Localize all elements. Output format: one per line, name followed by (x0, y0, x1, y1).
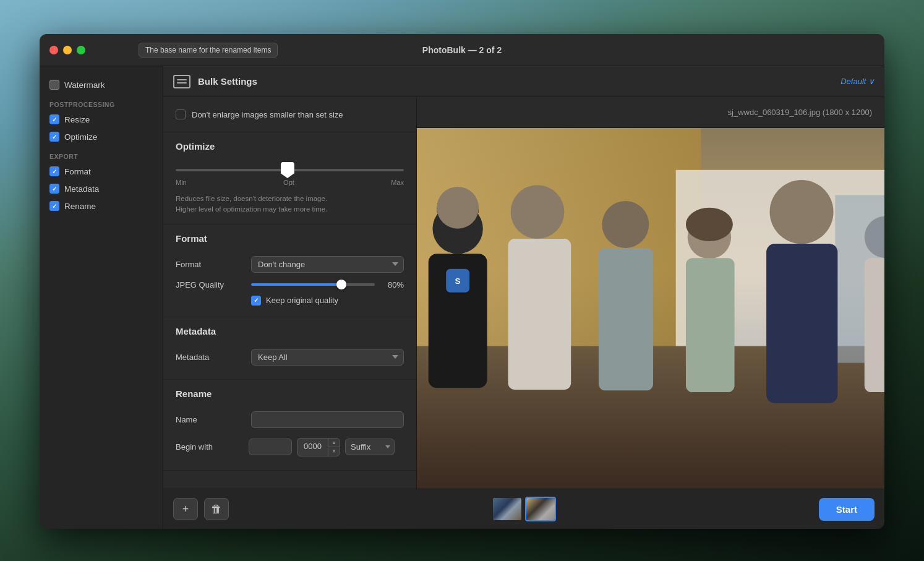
watermark-checkbox[interactable] (49, 80, 59, 90)
keep-quality-label: Keep original quality (266, 296, 338, 305)
watermark-label: Watermark (64, 80, 105, 90)
trash-icon: 🗑 (211, 503, 222, 516)
preview-image-area: S (417, 128, 884, 489)
sidebar-item-format[interactable]: Format (40, 163, 163, 180)
optimize-checkbox[interactable] (49, 132, 59, 142)
add-button[interactable]: + (173, 498, 198, 520)
default-dropdown[interactable]: Default ∨ (841, 77, 875, 86)
svg-point-8 (437, 187, 479, 229)
metadata-row-label: Metadata (176, 353, 244, 362)
metadata-select[interactable]: Keep All Strip All Keep EXIF (251, 349, 404, 366)
svg-rect-12 (599, 248, 653, 390)
content-header: Bulk Settings Default ∨ (163, 66, 884, 97)
optimize-max-label: Max (391, 179, 404, 186)
sidebar-item-optimize[interactable]: Optimize (40, 128, 163, 145)
svg-rect-19 (865, 258, 884, 392)
main-content: Bulk Settings Default ∨ Don't enlarge im… (163, 66, 884, 529)
optimize-min-label: Min (176, 179, 187, 186)
format-checkbox[interactable] (49, 166, 59, 176)
sidebar-item-metadata[interactable]: Metadata (40, 180, 163, 197)
svg-text:S: S (455, 276, 461, 286)
optimize-section: Optimize Min Opt Max (163, 132, 416, 225)
sidebar-item-resize[interactable]: Resize (40, 111, 163, 128)
format-sidebar-label: Format (64, 167, 91, 176)
begin-with-row: Begin with 0000 ▲ ▼ Suffix (176, 433, 404, 461)
jpeg-quality-value: 80% (382, 280, 404, 289)
svg-rect-14 (686, 258, 735, 392)
metadata-section: Metadata Metadata Keep All Strip All Kee… (163, 317, 416, 380)
delete-button[interactable]: 🗑 (204, 498, 229, 520)
maximize-button[interactable] (77, 46, 85, 54)
preview-top-bar: sj_wwdc_060319_106.jpg (1800 x 1200) (417, 97, 884, 128)
stepper-up[interactable]: ▲ (328, 439, 340, 447)
quality-thumb[interactable] (336, 280, 346, 289)
postprocessing-label: POSTPROCESSING (40, 93, 163, 111)
thumbnail-image-2 (526, 498, 555, 520)
thumbnail-1[interactable] (492, 497, 523, 521)
window-body: Watermark POSTPROCESSING Resize Optimize… (40, 66, 884, 529)
format-section-header: Format (176, 233, 404, 244)
thumbnail-2[interactable] (525, 497, 556, 521)
export-label: EXPORT (40, 145, 163, 163)
resize-checkbox[interactable] (49, 114, 59, 124)
window-controls (49, 46, 85, 54)
stepper-value: 0000 (297, 439, 328, 456)
optimize-sidebar-label: Optimize (64, 132, 97, 142)
settings-panel: Don't enlarge images smaller than set si… (163, 97, 417, 489)
jpeg-quality-slider[interactable] (251, 283, 375, 286)
name-row: Name (176, 406, 404, 433)
dont-enlarge-label: Don't enlarge images smaller than set si… (192, 110, 343, 119)
photo-svg: S (417, 128, 884, 489)
bulk-settings-title: Bulk Settings (198, 76, 257, 87)
close-button[interactable] (49, 46, 58, 54)
image-preview: sj_wwdc_060319_106.jpg (1800 x 1200) (417, 97, 884, 489)
dont-enlarge-section: Don't enlarge images smaller than set si… (163, 97, 416, 132)
minimize-button[interactable] (63, 46, 72, 54)
svg-point-11 (602, 201, 649, 248)
keep-quality-checkbox[interactable] (251, 296, 261, 306)
thumbnail-image-1 (493, 498, 521, 520)
metadata-section-header: Metadata (176, 326, 404, 336)
begin-with-label: Begin with (176, 442, 244, 452)
svg-point-16 (770, 180, 834, 244)
base-name-tooltip: The base name for the renamed items (139, 43, 278, 58)
jpeg-quality-label: JPEG Quality (176, 280, 244, 289)
dont-enlarge-checkbox[interactable] (176, 109, 186, 119)
metadata-row: Metadata Keep All Strip All Keep EXIF (176, 344, 404, 370)
metadata-checkbox[interactable] (49, 184, 59, 194)
jpeg-quality-row: JPEG Quality 80% (176, 278, 404, 292)
rename-sidebar-label: Rename (64, 202, 96, 211)
preview-filename: sj_wwdc_060319_106.jpg (1800 x 1200) (728, 108, 872, 117)
metadata-sidebar-label: Metadata (64, 184, 99, 194)
format-row: Format Don't change JPEG PNG TIFF (176, 251, 404, 278)
main-window: The base name for the renamed items Phot… (40, 34, 884, 529)
svg-point-15 (686, 208, 733, 241)
rename-checkbox[interactable] (49, 201, 59, 211)
optimize-slider-container: Min Opt Max (176, 159, 404, 189)
optimize-slider-labels: Min Opt Max (176, 179, 404, 186)
name-input[interactable] (251, 411, 404, 428)
optimize-thumb[interactable] (281, 162, 294, 178)
format-row-label: Format (176, 260, 244, 269)
counter-stepper[interactable]: 0000 ▲ ▼ (297, 438, 340, 456)
rename-section: Rename Name Begin with 0000 ▲ (163, 380, 416, 471)
suffix-select[interactable]: Suffix Prefix (345, 439, 395, 455)
sidebar-item-rename[interactable]: Rename (40, 197, 163, 215)
stepper-arrows: ▲ ▼ (328, 439, 340, 456)
bulk-settings-icon (173, 75, 190, 88)
dont-enlarge-row: Don't enlarge images smaller than set si… (176, 106, 404, 123)
keep-quality-row: Keep original quality (176, 292, 404, 308)
start-button[interactable]: Start (819, 498, 875, 521)
photo-scene: S (417, 128, 884, 489)
begin-with-text-input[interactable] (249, 439, 292, 455)
optimize-desc: Reduces file size, doesn't deteriorate t… (176, 194, 404, 215)
stepper-down[interactable]: ▼ (328, 447, 340, 456)
sidebar-item-watermark[interactable]: Watermark (40, 76, 163, 93)
optimize-slider[interactable] (176, 164, 404, 176)
rename-section-header: Rename (176, 388, 404, 399)
optimize-slider-bg (176, 169, 404, 171)
window-title: PhotoBulk — 2 of 2 (422, 45, 502, 55)
svg-rect-17 (766, 244, 837, 403)
format-select[interactable]: Don't change JPEG PNG TIFF (251, 256, 404, 273)
resize-label: Resize (64, 115, 90, 124)
